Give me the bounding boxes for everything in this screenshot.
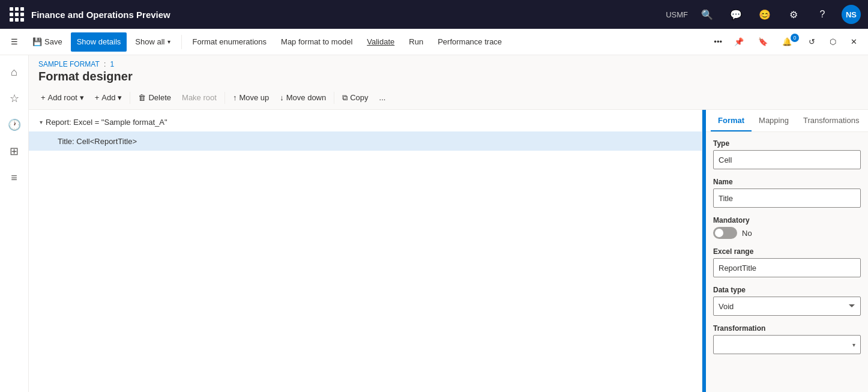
designer-toolbar: + Add root ▾ + Add ▾ 🗑 Delete Make root …	[29, 86, 868, 110]
prop-label-name: Name	[713, 178, 861, 186]
breadcrumb-separator: :	[104, 60, 106, 68]
cmd-right-actions: ••• 📌 🔖 🔔0 ↺ ⬡ ✕	[710, 32, 863, 52]
move-up-icon: ↑	[233, 93, 237, 102]
title-bar: Finance and Operations Preview USMF 🔍 💬 …	[0, 0, 868, 29]
transformation-chevron-icon: ▾	[852, 342, 855, 348]
add-root-chevron-icon: ▾	[80, 93, 84, 102]
prop-input-excel-range[interactable]	[713, 258, 861, 277]
title-bar-right: USMF 🔍 💬 😊 ⚙ ? NS	[666, 5, 861, 24]
command-bar: ☰ 💾 Save Show details Show all ▾ Format …	[0, 29, 868, 55]
more-button[interactable]: ...	[375, 89, 391, 106]
make-root-button[interactable]: Make root	[177, 89, 222, 106]
prop-label-transformation: Transformation	[713, 324, 861, 333]
prop-label-type: Type	[713, 139, 861, 148]
validate-button[interactable]: Validate	[361, 32, 400, 52]
drag-handle-dots	[704, 247, 705, 255]
delete-button[interactable]: 🗑 Delete	[133, 89, 176, 106]
copy-button[interactable]: ⧉ Copy	[337, 89, 373, 106]
run-button[interactable]: Run	[403, 32, 429, 52]
search-button[interactable]: 🔍	[698, 5, 717, 24]
cmd-popout-button[interactable]: ⬡	[824, 32, 842, 52]
cmd-bookmark-button[interactable]: 🔖	[752, 32, 774, 52]
tree-item-title-label: Title: Cell<ReportTitle>	[58, 137, 137, 146]
add-chevron-icon: ▾	[118, 93, 122, 102]
page-title: Format designer	[38, 70, 858, 83]
waffle-menu-button[interactable]	[7, 5, 26, 24]
props-content: Type Cell Name Mandatory	[706, 132, 868, 392]
cmd-pin-button[interactable]: 📌	[728, 32, 750, 52]
add-root-plus-icon: +	[41, 93, 46, 102]
prop-group-name: Name	[713, 178, 861, 208]
nav-modules-button[interactable]: ≡	[2, 166, 26, 190]
prop-label-data-type: Data type	[713, 286, 861, 294]
add-root-button[interactable]: + Add root ▾	[36, 89, 89, 106]
cmd-separator-1	[181, 35, 182, 49]
settings-button[interactable]: ⚙	[784, 5, 803, 24]
prop-group-excel-range: Excel range	[713, 247, 861, 277]
cmd-refresh-button[interactable]: ↺	[803, 32, 821, 52]
prop-select-data-type[interactable]: Void String Integer Real Boolean	[713, 297, 861, 316]
add-button[interactable]: + Add ▾	[90, 89, 127, 106]
nav-recent-button[interactable]: 🕐	[2, 113, 26, 137]
delete-trash-icon: 🗑	[138, 93, 146, 102]
cmd-badge-button[interactable]: 🔔0	[776, 32, 800, 52]
user-avatar[interactable]: NS	[842, 5, 861, 24]
main-layout: ⌂ ☆ 🕐 ⊞ ≡ SAMPLE FORMAT : 1 Format desig…	[0, 55, 868, 392]
show-all-button[interactable]: Show all ▾	[129, 32, 176, 52]
tree-area[interactable]: ▾ Report: Excel = "Sample format_A" Titl…	[29, 110, 702, 392]
content-area: SAMPLE FORMAT : 1 Format designer + Add …	[29, 55, 868, 392]
cmd-close-button[interactable]: ✕	[845, 32, 863, 52]
breadcrumb-number: 1	[110, 60, 115, 68]
prop-toggle-row-mandatory: No	[713, 227, 861, 239]
save-icon: 💾	[32, 37, 42, 46]
tab-mapping[interactable]: Mapping	[752, 110, 796, 131]
tab-format[interactable]: Format	[711, 110, 752, 131]
prop-select-transformation[interactable]: ▾	[713, 335, 861, 354]
format-enumerations-button[interactable]: Format enumerations	[187, 32, 273, 52]
move-down-icon: ↓	[280, 93, 284, 102]
prop-label-excel-range: Excel range	[713, 247, 861, 256]
properties-panel: Format Mapping Transformations Validatio…	[706, 110, 868, 392]
tree-item-title[interactable]: Title: Cell<ReportTitle>	[29, 131, 702, 151]
prop-label-mandatory: Mandatory	[713, 216, 861, 225]
map-format-to-model-button[interactable]: Map format to model	[275, 32, 358, 52]
app-title: Finance and Operations Preview	[31, 10, 170, 20]
performance-trace-button[interactable]: Performance trace	[432, 32, 508, 52]
dt-separator-1	[130, 92, 130, 104]
org-name: USMF	[666, 10, 688, 19]
page-header: SAMPLE FORMAT : 1 Format designer	[29, 55, 868, 86]
show-details-button[interactable]: Show details	[71, 32, 127, 52]
nav-workspaces-button[interactable]: ⊞	[2, 139, 26, 163]
dt-separator-2	[225, 92, 225, 104]
move-down-button[interactable]: ↓ Move down	[275, 89, 331, 106]
designer-body: ▾ Report: Excel = "Sample format_A" Titl…	[29, 110, 868, 392]
prop-group-data-type: Data type Void String Integer Real Boole…	[713, 286, 861, 316]
cmd-more-button[interactable]: •••	[710, 32, 726, 52]
notifications-button[interactable]: 💬	[726, 5, 746, 24]
mandatory-toggle[interactable]	[713, 227, 737, 239]
smiley-button[interactable]: 😊	[755, 5, 774, 24]
prop-group-type: Type Cell	[713, 139, 861, 169]
hamburger-button[interactable]: ☰	[5, 32, 24, 52]
tree-item-root-label: Report: Excel = "Sample format_A"	[46, 118, 167, 127]
move-up-button[interactable]: ↑ Move up	[228, 89, 274, 106]
tree-item-root[interactable]: ▾ Report: Excel = "Sample format_A"	[29, 112, 702, 131]
breadcrumb-text: SAMPLE FORMAT	[38, 60, 100, 68]
tab-transformations[interactable]: Transformations	[796, 110, 866, 131]
copy-icon: ⧉	[342, 93, 348, 103]
title-bar-left: Finance and Operations Preview	[7, 5, 223, 24]
add-plus-icon: +	[95, 93, 100, 102]
help-button[interactable]: ?	[813, 5, 832, 24]
prop-group-mandatory: Mandatory No	[713, 216, 861, 239]
nav-favorites-button[interactable]: ☆	[2, 86, 26, 110]
breadcrumb[interactable]: SAMPLE FORMAT : 1	[38, 60, 858, 68]
tree-toggle-root[interactable]: ▾	[36, 117, 46, 127]
left-nav: ⌂ ☆ 🕐 ⊞ ≡	[0, 55, 29, 392]
nav-home-button[interactable]: ⌂	[2, 60, 26, 84]
prop-input-name[interactable]	[713, 188, 861, 208]
mandatory-toggle-label: No	[742, 229, 752, 238]
prop-group-transformation: Transformation ▾	[713, 324, 861, 354]
show-all-chevron-icon: ▾	[167, 38, 170, 45]
prop-value-type: Cell	[713, 150, 861, 169]
save-button[interactable]: 💾 Save	[26, 32, 68, 52]
